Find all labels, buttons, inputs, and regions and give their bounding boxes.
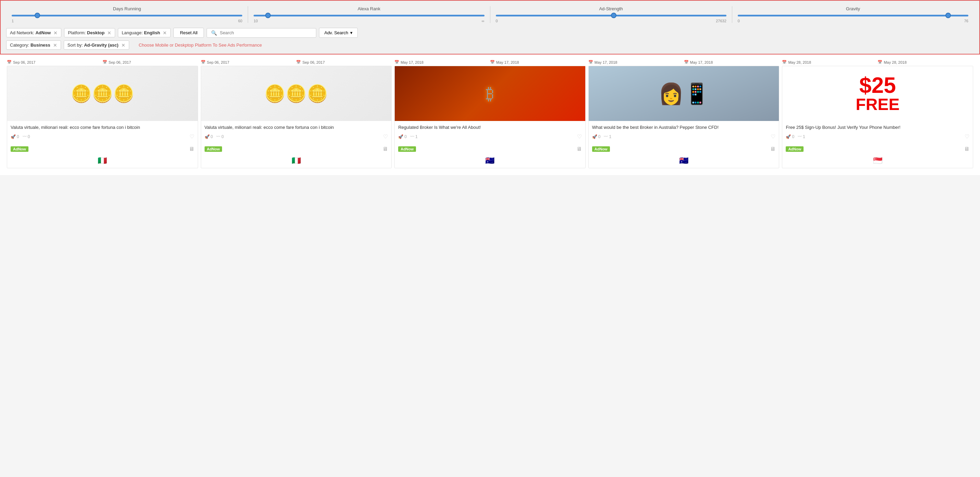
search-box[interactable]: 🔍	[207, 28, 316, 38]
date-item-5a: 📅 May 28, 2018	[782, 60, 878, 64]
filter-tags-row: Ad Network: AdNow ✕ Platform: Desktop ✕ …	[6, 28, 974, 38]
date-item-1b: 📅 Sep 06, 2017	[102, 60, 198, 64]
gravity-stat-5: 🚀 0	[786, 134, 794, 139]
trend-icon: 〰	[604, 134, 608, 139]
gravity-stat-2: 🚀 0	[205, 134, 213, 139]
days-running-slider[interactable]: Days Running 1 60	[6, 5, 248, 24]
date-pair-1: 📅 Sep 06, 2017 📅 Sep 06, 2017	[5, 60, 199, 64]
trend-stat-5: 〰 1	[798, 134, 805, 139]
filter-tag-language-label: Language: English	[122, 30, 160, 35]
favorite-icon-2[interactable]: ♡	[383, 133, 388, 140]
filter-tag-adnetwork: Ad Network: AdNow ✕	[6, 28, 61, 37]
calendar-icon: 📅	[782, 60, 787, 64]
card-col-5: 📅 May 28, 2018 📅 May 28, 2018 $25 FREE F…	[781, 60, 975, 170]
card-stats-5: 🚀 0 〰 1 ♡	[786, 133, 969, 140]
rocket-icon: 🚀	[786, 134, 791, 139]
date-pair-2: 📅 Sep 06, 2017 📅 Sep 06, 2017	[199, 60, 393, 64]
remove-sortby-button[interactable]: ✕	[121, 43, 126, 48]
card-body-3: Regulated Broker Is What we're All About…	[395, 121, 585, 144]
trend-icon: 〰	[22, 134, 27, 139]
date-item-1a: 📅 Sep 06, 2017	[7, 60, 102, 64]
gravity-slider[interactable]: Gravity 0 76	[732, 5, 974, 24]
rocket-icon: 🚀	[11, 134, 16, 139]
flag-2: 🇮🇹	[201, 155, 391, 168]
alexa-rank-slider[interactable]: Alexa Rank 10 ∞	[248, 5, 490, 24]
platform-icon-2: 🖥	[382, 146, 388, 152]
card-stats-3: 🚀 0 〰 1 ♡	[398, 133, 582, 140]
adnetwork-badge-5: AdNow	[786, 146, 803, 152]
rocket-icon: 🚀	[398, 134, 403, 139]
platform-icon-3: 🖥	[576, 146, 582, 152]
adv-search-label: Adv. Search	[324, 30, 348, 35]
gravity-stat-4: 🚀 0	[592, 134, 601, 139]
trend-icon: 〰	[216, 134, 220, 139]
ad-card-2[interactable]: 🪙🪙🪙 Valuta virtuale, milionari reali: ec…	[201, 66, 392, 168]
gravity-stat-3: 🚀 0	[398, 134, 407, 139]
card-body-5: Free 25$ Sign-Up Bonus! Just Verify Your…	[782, 121, 973, 144]
remove-platform-button[interactable]: ✕	[107, 30, 111, 35]
filter-tags-row2: Category: Business ✕ Sort by: Ad-Gravity…	[6, 40, 974, 50]
card-image-5: $25 FREE	[782, 66, 973, 121]
card-title-3: Regulated Broker Is What we're All About…	[398, 124, 582, 130]
date-item-2a: 📅 Sep 06, 2017	[201, 60, 296, 64]
trend-icon: 〰	[798, 134, 802, 139]
cards-grid: 📅 Sep 06, 2017 📅 Sep 06, 2017 🪙🪙🪙 Valuta…	[0, 54, 980, 175]
ad-strength-slider[interactable]: Ad-Strength 0 27632	[490, 5, 732, 24]
filter-tag-category: Category: Business ✕	[6, 40, 61, 50]
rocket-icon: 🚀	[592, 134, 597, 139]
date-item-3b: 📅 May 17, 2018	[490, 60, 585, 64]
calendar-icon: 📅	[201, 60, 205, 64]
search-input[interactable]	[220, 30, 312, 35]
date-item-4b: 📅 May 17, 2018	[684, 60, 780, 64]
gravity-stat-1: 🚀 0	[11, 134, 19, 139]
date-item-4a: 📅 May 17, 2018	[589, 60, 684, 64]
favorite-icon-1[interactable]: ♡	[189, 133, 194, 140]
platform-icon-5: 🖥	[964, 146, 969, 152]
card-footer-2: AdNow 🖥	[201, 144, 391, 155]
date-pair-3: 📅 May 17, 2018 📅 May 17, 2018	[393, 60, 587, 64]
card-title-1: Valuta virtuale, milionari reali: ecco c…	[11, 124, 194, 130]
notice-text: Choose Mobile or Deskptop Platform To Se…	[139, 43, 262, 48]
adv-search-button[interactable]: Adv. Search ▾	[319, 28, 358, 38]
chevron-down-icon: ▾	[350, 30, 353, 35]
search-icon: 🔍	[211, 30, 217, 36]
trend-stat-2: 〰 0	[216, 134, 224, 139]
trend-icon: 〰	[410, 134, 414, 139]
date-pair-5: 📅 May 28, 2018 📅 May 28, 2018	[781, 60, 975, 64]
calendar-icon: 📅	[878, 60, 882, 64]
trend-stat-4: 〰 1	[604, 134, 611, 139]
filter-bar: Days Running 1 60 Alexa Rank 10 ∞	[0, 0, 980, 54]
card-image-3: ₿	[395, 66, 585, 121]
card-col-2: 📅 Sep 06, 2017 📅 Sep 06, 2017 🪙🪙🪙 Valuta…	[199, 60, 393, 170]
card-title-4: What would be the best Broker in Austral…	[592, 124, 776, 130]
ad-card-1[interactable]: 🪙🪙🪙 Valuta virtuale, milionari reali: ec…	[7, 66, 198, 168]
flag-4: 🇦🇺	[589, 155, 779, 168]
adnetwork-badge-4: AdNow	[592, 146, 610, 152]
ad-card-3[interactable]: ₿ Regulated Broker Is What we're All Abo…	[395, 66, 585, 168]
favorite-icon-5[interactable]: ♡	[964, 133, 969, 140]
remove-category-button[interactable]: ✕	[53, 43, 57, 48]
card-title-5: Free 25$ Sign-Up Bonus! Just Verify Your…	[786, 124, 969, 130]
adnetwork-badge-2: AdNow	[205, 146, 223, 152]
calendar-icon: 📅	[296, 60, 301, 64]
filter-tag-platform-label: Platform: Desktop	[68, 30, 105, 35]
rocket-icon: 🚀	[205, 134, 210, 139]
reset-all-button[interactable]: Reset All	[173, 28, 204, 38]
remove-language-button[interactable]: ✕	[163, 30, 167, 35]
flag-1: 🇮🇹	[7, 155, 198, 168]
platform-icon-1: 🖥	[189, 146, 194, 152]
card-stats-1: 🚀 0 〰 0 ♡	[11, 133, 194, 140]
date-pair-4: 📅 May 17, 2018 📅 May 17, 2018	[587, 60, 781, 64]
remove-adnetwork-button[interactable]: ✕	[54, 30, 57, 35]
ad-card-5[interactable]: $25 FREE Free 25$ Sign-Up Bonus! Just Ve…	[782, 66, 973, 168]
favorite-icon-4[interactable]: ♡	[771, 133, 775, 140]
card-stats-4: 🚀 0 〰 1 ♡	[592, 133, 776, 140]
date-item-5b: 📅 May 28, 2018	[878, 60, 973, 64]
card-col-4: 📅 May 17, 2018 📅 May 17, 2018 👩📱 What wo…	[587, 60, 781, 170]
favorite-icon-3[interactable]: ♡	[577, 133, 582, 140]
trend-stat-3: 〰 1	[410, 134, 418, 139]
card-col-3: 📅 May 17, 2018 📅 May 17, 2018 ₿ Regulate…	[393, 60, 587, 170]
card-footer-5: AdNow 🖥	[782, 144, 973, 155]
ad-card-4[interactable]: 👩📱 What would be the best Broker in Aust…	[589, 66, 780, 168]
card-col-1: 📅 Sep 06, 2017 📅 Sep 06, 2017 🪙🪙🪙 Valuta…	[5, 60, 199, 170]
